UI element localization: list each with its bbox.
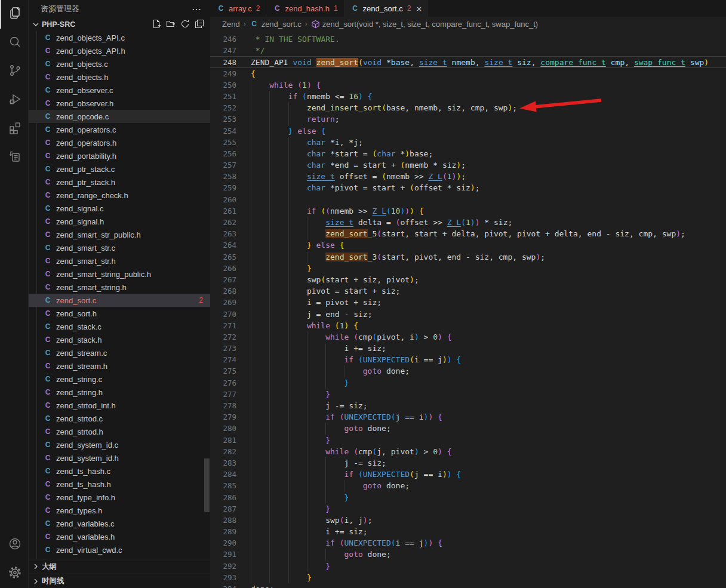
code-line-277[interactable]: 277} xyxy=(210,389,726,400)
code-line-286[interactable]: 286} xyxy=(210,492,726,503)
new-file-icon[interactable] xyxy=(152,19,161,30)
file-item-zend_objects.c[interactable]: Czend_objects.c xyxy=(29,57,210,70)
code-line-262[interactable]: 262size_t delta = (offset >> Z_L(1)) * s… xyxy=(210,217,726,228)
code-line-273[interactable]: 273i += siz; xyxy=(210,343,726,354)
file-item-zend_ptr_stack.h[interactable]: Czend_ptr_stack.h xyxy=(29,176,210,189)
code-line-263[interactable]: 263zend_sort_5(start, start + delta, piv… xyxy=(210,228,726,239)
file-item-zend_stack.h[interactable]: Czend_stack.h xyxy=(29,333,210,346)
file-item-zend_stack.c[interactable]: Czend_stack.c xyxy=(29,320,210,333)
file-item-zend_objects_API.h[interactable]: Czend_objects_API.h xyxy=(29,44,210,57)
section-header-php-src[interactable]: PHP-SRC xyxy=(29,18,210,31)
activity-account[interactable] xyxy=(0,531,29,559)
file-item-zend_virtual_cwd.c[interactable]: Czend_virtual_cwd.c xyxy=(29,543,210,556)
breadcrumb-folder[interactable]: Zend xyxy=(222,20,240,29)
code-line-255[interactable]: 255char *i, *j; xyxy=(210,137,726,148)
code-line-248[interactable]: 248ZEND_API void zend_sort(void *base, s… xyxy=(210,56,726,67)
code-line-250[interactable]: 250while (1) { xyxy=(210,79,726,91)
file-item-zend_system_id.c[interactable]: Czend_system_id.c xyxy=(29,438,210,451)
activity-explorer[interactable] xyxy=(0,0,29,29)
code-line-285[interactable]: 285goto done; xyxy=(210,480,726,491)
code-line-261[interactable]: 261if ((nmemb >> Z_L(10))) { xyxy=(210,205,726,217)
code-editor[interactable]: 246 * IN THE SOFTWARE.247 */248ZEND_API … xyxy=(210,31,726,588)
code-line-280[interactable]: 280goto done; xyxy=(210,423,726,434)
activity-run-debug[interactable] xyxy=(0,86,29,115)
file-item-zend_stream.h[interactable]: Czend_stream.h xyxy=(29,359,210,372)
tab-array.c[interactable]: Carray.c2 xyxy=(210,0,266,17)
more-actions-icon[interactable]: ⋯ xyxy=(192,4,202,15)
file-item-zend_smart_string.h[interactable]: Czend_smart_string.h xyxy=(29,281,210,294)
code-line-260[interactable]: 260 xyxy=(210,194,726,205)
code-line-282[interactable]: 282while (cmp(j, pivot) > 0) { xyxy=(210,446,726,457)
refresh-icon[interactable] xyxy=(180,19,190,30)
code-line-265[interactable]: 265zend_sort_3(start, pivot, end - siz, … xyxy=(210,251,726,263)
file-item-zend_observer.h[interactable]: Czend_observer.h xyxy=(29,97,210,110)
file-item-zend_signal.h[interactable]: Czend_signal.h xyxy=(29,215,210,228)
file-item-zend_ptr_stack.c[interactable]: Czend_ptr_stack.c xyxy=(29,162,210,176)
file-item-zend_stream.c[interactable]: Czend_stream.c xyxy=(29,346,210,359)
code-line-249[interactable]: 249{ xyxy=(210,68,726,79)
file-item-zend_objects.h[interactable]: Czend_objects.h xyxy=(29,70,210,84)
code-line-256[interactable]: 256char *start = (char *)base; xyxy=(210,148,726,159)
file-item-zend_string.h[interactable]: Czend_string.h xyxy=(29,386,210,399)
close-icon[interactable]: × xyxy=(416,4,422,13)
file-item-zend_strtod_int.h[interactable]: Czend_strtod_int.h xyxy=(29,399,210,412)
code-line-274[interactable]: 274if (UNEXPECTED(i == j)) { xyxy=(210,354,726,365)
section-header-时间线[interactable]: 时间线 xyxy=(29,574,210,588)
code-line-264[interactable]: 264} else { xyxy=(210,239,726,251)
code-line-268[interactable]: 268pivot = start + siz; xyxy=(210,285,726,297)
activity-extensions[interactable] xyxy=(0,115,29,143)
file-item-zend_sort.c[interactable]: Czend_sort.c2 xyxy=(29,294,210,307)
sidebar-scrollbar[interactable] xyxy=(204,458,210,512)
code-line-290[interactable]: 290if (UNEXPECTED(i == j)) { xyxy=(210,537,726,549)
code-line-276[interactable]: 276} xyxy=(210,377,726,389)
file-item-zend_variables.c[interactable]: Czend_variables.c xyxy=(29,517,210,530)
code-line-257[interactable]: 257char *end = start + (nmemb * siz); xyxy=(210,159,726,171)
file-item-zend_observer.c[interactable]: Czend_observer.c xyxy=(29,84,210,97)
file-item-zend_signal.c[interactable]: Czend_signal.c xyxy=(29,202,210,215)
file-item-zend_operators.c[interactable]: Czend_operators.c xyxy=(29,123,210,136)
code-line-259[interactable]: 259char *pivot = start + (offset * siz); xyxy=(210,182,726,193)
file-item-zend_operators.h[interactable]: Czend_operators.h xyxy=(29,136,210,149)
file-item-zend_type_info.h[interactable]: Czend_type_info.h xyxy=(29,491,210,504)
breadcrumb-file[interactable]: zend_sort.c xyxy=(262,20,302,29)
file-item-zend_smart_str.c[interactable]: Czend_smart_str.c xyxy=(29,241,210,254)
code-line-254[interactable]: 254} else { xyxy=(210,125,726,137)
file-item-zend_opcode.c[interactable]: Czend_opcode.c xyxy=(29,110,210,123)
code-line-293[interactable]: 293} xyxy=(210,572,726,583)
file-item-zend_virtual_cwd.h[interactable]: Czend_virtual_cwd.h xyxy=(29,556,210,559)
file-item-zend_smart_string_public.h[interactable]: Czend_smart_string_public.h xyxy=(29,267,210,281)
code-line-283[interactable]: 283j -= siz; xyxy=(210,457,726,469)
file-item-zend_portability.h[interactable]: Czend_portability.h xyxy=(29,149,210,162)
code-line-253[interactable]: 253return; xyxy=(210,113,726,125)
file-item-zend_ts_hash.h[interactable]: Czend_ts_hash.h xyxy=(29,478,210,491)
code-line-294[interactable]: 294done: xyxy=(210,583,726,588)
activity-search[interactable] xyxy=(0,29,29,57)
code-line-289[interactable]: 289i += siz; xyxy=(210,526,726,537)
activity-source-control[interactable] xyxy=(0,57,29,86)
code-line-278[interactable]: 278j -= siz; xyxy=(210,400,726,411)
code-line-269[interactable]: 269i = pivot + siz; xyxy=(210,297,726,308)
new-folder-icon[interactable] xyxy=(166,19,176,30)
code-line-251[interactable]: 251if (nmemb <= 16) { xyxy=(210,91,726,102)
code-line-246[interactable]: 246 * IN THE SOFTWARE. xyxy=(210,33,726,45)
activity-settings-gear[interactable] xyxy=(0,559,29,588)
code-line-252[interactable]: 252zend_insert_sort(base, nmemb, siz, cm… xyxy=(210,102,726,113)
code-line-284[interactable]: 284if (UNEXPECTED(j == i)) { xyxy=(210,469,726,480)
code-line-292[interactable]: 292} xyxy=(210,561,726,572)
code-line-267[interactable]: 267swp(start + siz, pivot); xyxy=(210,274,726,285)
code-line-271[interactable]: 271while (1) { xyxy=(210,320,726,331)
file-item-zend_smart_str.h[interactable]: Czend_smart_str.h xyxy=(29,254,210,267)
breadcrumb-symbol[interactable]: zend_sort(void *, size_t, size_t, compar… xyxy=(322,20,538,29)
code-line-272[interactable]: 272while (cmp(pivot, i) > 0) { xyxy=(210,331,726,343)
code-line-287[interactable]: 287} xyxy=(210,503,726,515)
code-line-288[interactable]: 288swp(i, j); xyxy=(210,515,726,526)
file-item-zend_smart_str_public.h[interactable]: Czend_smart_str_public.h xyxy=(29,228,210,241)
file-item-zend_sort.h[interactable]: Czend_sort.h xyxy=(29,307,210,320)
code-line-279[interactable]: 279if (UNEXPECTED(j == i)) { xyxy=(210,411,726,423)
code-line-247[interactable]: 247 */ xyxy=(210,45,726,56)
file-item-zend_objects_API.c[interactable]: Czend_objects_API.c xyxy=(29,31,210,44)
section-header-大纲[interactable]: 大纲 xyxy=(29,559,210,574)
collapse-all-icon[interactable] xyxy=(195,19,204,30)
code-line-281[interactable]: 281} xyxy=(210,435,726,446)
file-item-zend_range_check.h[interactable]: Czend_range_check.h xyxy=(29,189,210,202)
